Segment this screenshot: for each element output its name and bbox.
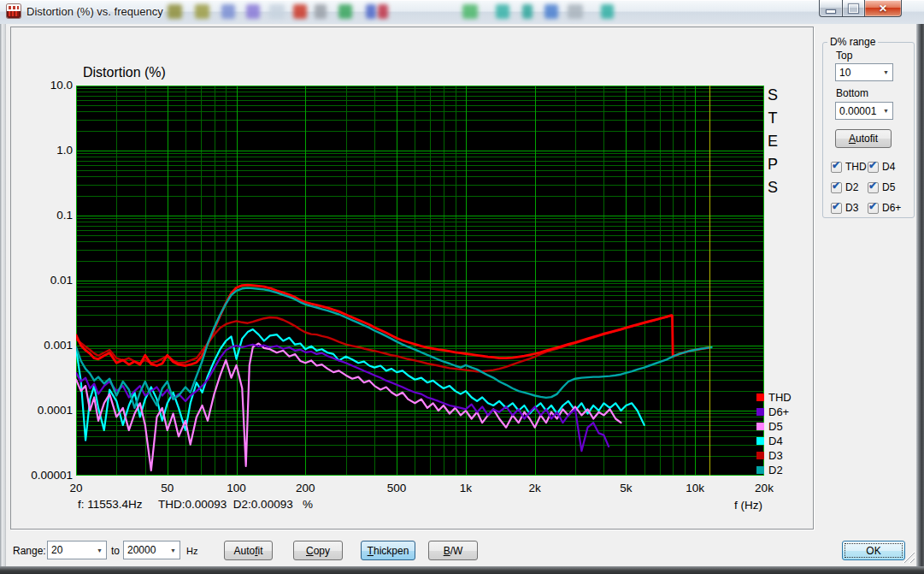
toolbar-icon-blur xyxy=(221,4,235,19)
legend-item-d4: D4 xyxy=(756,434,792,448)
thick-pen-button[interactable]: Thick pen xyxy=(361,541,415,560)
chart-widget: Distortion (%) 10.01.00.10.010.0010.0001… xyxy=(10,27,814,530)
d5-checkbox[interactable]: ✔D5 xyxy=(868,181,914,193)
checkbox-box[interactable]: ✔ xyxy=(868,182,879,193)
bw-button[interactable]: B/W xyxy=(428,541,478,560)
y-tick-label: 0.0001 xyxy=(11,404,73,417)
checkbox-box[interactable]: ✔ xyxy=(868,162,879,173)
hz-unit-label: Hz xyxy=(186,546,197,556)
copy-button[interactable]: Copy xyxy=(293,541,343,560)
chevron-down-icon: ▼ xyxy=(880,108,889,114)
legend-swatch xyxy=(756,452,764,459)
y-tick-label: 10.0 xyxy=(11,79,73,92)
checkmark-icon: ✔ xyxy=(868,159,877,171)
y-tick-label: 0.1 xyxy=(11,209,73,222)
autofit-button[interactable]: Autofit xyxy=(224,541,273,560)
range-to-value: 20000 xyxy=(127,544,156,556)
top-range-select[interactable]: 10 ▼ xyxy=(835,63,893,81)
checkmark-icon: ✔ xyxy=(832,159,840,171)
chart-title: Distortion (%) xyxy=(83,65,166,80)
toolbar-icon-blur xyxy=(246,4,260,19)
toolbar-icon-blur xyxy=(522,4,533,19)
toolbar-icon-blur xyxy=(269,4,285,19)
dialog-content: Distortion (%) 10.01.00.10.010.0010.0001… xyxy=(6,24,916,566)
d3-checkbox[interactable]: ✔D3 xyxy=(831,202,868,214)
titlebar[interactable]: Distortion (%) vs. frequency ✕ xyxy=(0,0,924,25)
checkmark-icon: ✔ xyxy=(832,200,840,212)
legend-label: D5 xyxy=(768,420,783,433)
checkmark-icon: ✔ xyxy=(868,200,877,212)
chevron-down-icon: ▼ xyxy=(94,547,103,553)
app-window: Distortion (%) vs. frequency ✕ Distortio… xyxy=(0,0,924,574)
x-tick-label: 500 xyxy=(371,482,422,494)
checkbox-box[interactable]: ✔ xyxy=(831,162,842,173)
legend-swatch xyxy=(756,394,764,401)
toolbar-icon-blur xyxy=(366,4,376,19)
toolbar-icon-blur xyxy=(378,4,388,19)
y-tick-label: 0.001 xyxy=(11,339,73,352)
y-tick-label: 0.00001 xyxy=(11,469,73,482)
minimize-button[interactable] xyxy=(819,0,842,17)
thd-checkbox[interactable]: ✔THD xyxy=(831,161,868,173)
toolbar-icon-blur xyxy=(293,4,307,19)
range-to-select[interactable]: 20000 ▼ xyxy=(123,541,180,559)
ok-button[interactable]: OK xyxy=(842,541,905,560)
legend: THDD6+D5D4D3D2 xyxy=(756,390,792,477)
d2-checkbox[interactable]: ✔D2 xyxy=(831,181,868,193)
window-border-bottom xyxy=(0,566,924,574)
legend-swatch xyxy=(756,437,764,445)
steps-watermark: STEPS xyxy=(766,84,780,199)
legend-item-d2: D2 xyxy=(756,463,792,477)
chevron-down-icon: ▼ xyxy=(880,69,889,75)
legend-label: THD xyxy=(768,391,792,404)
checkbox-box[interactable]: ✔ xyxy=(831,182,842,193)
top-range-value: 10 xyxy=(839,67,850,79)
x-tick-label: 50 xyxy=(142,482,193,494)
range-from-select[interactable]: 20 ▼ xyxy=(47,541,107,559)
app-icon-bars xyxy=(9,11,19,16)
bottom-range-select[interactable]: 0.00001 ▼ xyxy=(835,102,893,120)
toolbar-icon-blur xyxy=(544,4,558,19)
legend-item-d5: D5 xyxy=(756,419,792,434)
toolbar-icon-blur xyxy=(168,4,182,19)
toolbar-icon-blur xyxy=(568,4,583,19)
legend-item-d6plus: D6+ xyxy=(756,405,792,419)
x-tick-label: 5k xyxy=(600,482,651,494)
cursor-readout: f: 11553.4Hz THD:0.00093 D2:0.00093 % xyxy=(78,498,313,511)
bottom-label: Bottom xyxy=(836,87,868,99)
x-tick-label: 100 xyxy=(211,482,262,494)
legend-label: D6+ xyxy=(768,405,789,418)
maximize-button[interactable] xyxy=(842,0,865,17)
x-tick-label: 10k xyxy=(669,482,721,494)
range-label: Range: xyxy=(13,545,46,557)
series-thd xyxy=(76,285,709,365)
x-tick-label: 200 xyxy=(280,482,331,494)
top-label: Top xyxy=(836,50,852,62)
toolbar-icon-blur xyxy=(601,4,614,19)
checkbox-label: D3 xyxy=(845,202,858,214)
x-tick-label: 2k xyxy=(509,482,561,494)
y-tick-label: 1.0 xyxy=(11,144,73,157)
checkbox-label: D5 xyxy=(882,181,895,193)
window-border-right xyxy=(916,24,924,566)
steps-watermark-letter: P xyxy=(766,153,780,176)
series-d5 xyxy=(76,344,621,471)
x-tick-label: 1k xyxy=(440,482,491,494)
checkbox-label: THD xyxy=(845,161,867,173)
d4-checkbox[interactable]: ✔D4 xyxy=(868,161,914,173)
autofit-range-button[interactable]: Autofit xyxy=(835,129,892,148)
checkbox-box[interactable]: ✔ xyxy=(831,203,842,214)
to-label: to xyxy=(111,545,120,557)
maximize-icon xyxy=(849,4,858,13)
plot-area[interactable] xyxy=(76,86,764,476)
series-d2 xyxy=(76,288,712,408)
checkbox-label: D6+ xyxy=(882,202,901,214)
d-range-panel-label: D% range xyxy=(827,36,878,48)
toolbar-icon-blur xyxy=(462,4,478,19)
close-button[interactable]: ✕ xyxy=(865,0,902,17)
steps-watermark-letter: T xyxy=(766,107,780,130)
legend-item-d3: D3 xyxy=(756,448,792,463)
chevron-down-icon: ▼ xyxy=(168,547,176,553)
checkbox-box[interactable]: ✔ xyxy=(868,203,879,214)
d6plus-checkbox[interactable]: ✔D6+ xyxy=(868,202,914,214)
